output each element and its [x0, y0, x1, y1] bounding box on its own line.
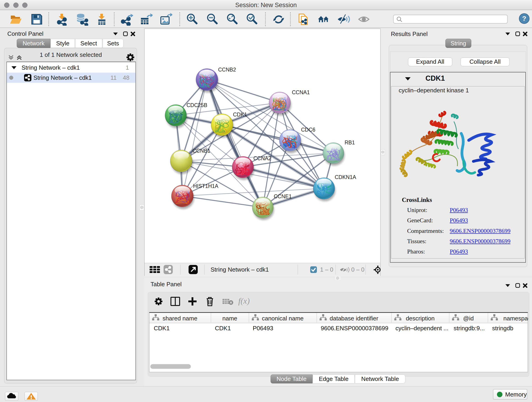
svg-text:?: ?: [522, 15, 526, 22]
svg-text:CDC25B: CDC25B: [186, 102, 207, 108]
svg-text:CCNA1: CCNA1: [292, 89, 310, 95]
svg-text:CCNB1: CCNB1: [192, 148, 210, 154]
svg-text:CDC6: CDC6: [301, 127, 316, 133]
svg-text:CDKN1A: CDKN1A: [335, 174, 356, 180]
svg-text:CDK1: CDK1: [233, 112, 247, 118]
svg-text:HIST1H1A: HIST1H1A: [193, 183, 219, 189]
svg-text:CCNA2: CCNA2: [253, 155, 271, 161]
svg-text:CCNB2: CCNB2: [218, 67, 236, 73]
svg-text:RB1: RB1: [345, 140, 355, 146]
svg-text:CCNE1: CCNE1: [274, 193, 292, 199]
